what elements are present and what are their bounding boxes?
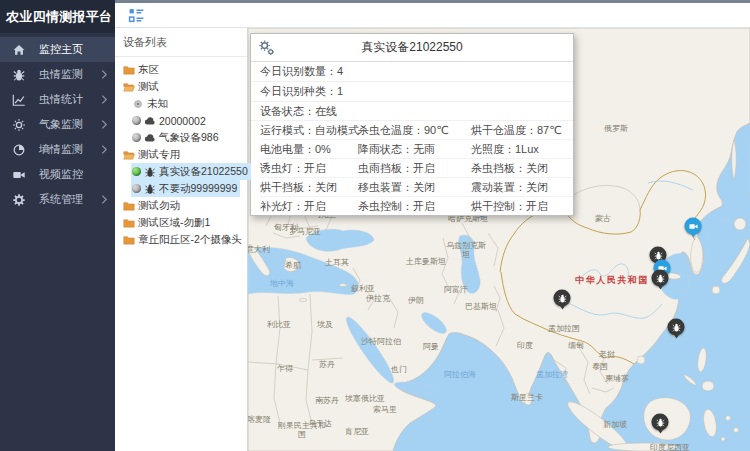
tree-toggle-icon[interactable] xyxy=(128,7,145,24)
tree-item-label: 20000002 xyxy=(159,115,206,127)
sidebar-menu: 监控主页虫情监测虫情统计气象监测墒情监测视频监控系统管理 xyxy=(0,37,115,212)
tree-item-folder[interactable]: 测试专用 xyxy=(115,146,247,163)
sidebar: 农业四情测报平台 监控主页虫情监测虫情统计气象监测墒情监测视频监控系统管理 xyxy=(0,0,115,451)
tree-item-folder[interactable]: 章丘阳丘区-2个摄像头 xyxy=(115,231,247,248)
cloud-icon xyxy=(144,132,156,144)
device-list-panel: 设备列表 东区测试未知20000002气象设备986测试专用真实设备210225… xyxy=(115,28,248,451)
status-light-offline xyxy=(132,184,141,193)
sidebar-item-label: 墒情监测 xyxy=(39,142,83,157)
sidebar-item-1[interactable]: 虫情监测 xyxy=(0,62,115,87)
tree-item-content: 不要动99999999 xyxy=(131,180,240,197)
camera-device-pin[interactable] xyxy=(685,218,702,235)
tree-item-content: 真实设备21022550 xyxy=(131,163,251,180)
sidebar-item-6[interactable]: 系统管理 xyxy=(0,187,115,212)
moisture-icon xyxy=(12,143,26,157)
status-light-offline xyxy=(132,133,141,142)
device-info-popup: 真实设备21022550 今日识别数量：4今日识别种类：1 设备状态：在线 运行… xyxy=(250,33,574,216)
popup-detail-cell: 移虫装置：关闭 xyxy=(358,178,471,197)
popup-summary-line: 今日识别数量：4 xyxy=(251,62,573,82)
settings-gears-icon[interactable] xyxy=(258,39,275,56)
bug-device-pin[interactable] xyxy=(554,290,571,307)
video-icon xyxy=(12,168,26,182)
bug-device-pin[interactable] xyxy=(652,414,669,431)
sidebar-item-label: 虫情统计 xyxy=(39,92,83,107)
popup-status-line: 设备状态：在线 xyxy=(251,102,573,121)
popup-detail-cell: 杀虫仓温度：90℃ xyxy=(358,121,471,140)
bug-icon xyxy=(557,289,567,307)
tree-item-folder[interactable]: 东区 xyxy=(115,61,247,78)
folder-icon xyxy=(123,234,135,246)
tree-item-content: 测试勿动 xyxy=(122,197,183,214)
tree-item-device[interactable]: 未知 xyxy=(115,95,247,112)
map-canvas[interactable]: 俄罗斯蒙古哈萨克斯坦乌兹别克斯坦土库曼斯坦阿富汗巴基斯坦伊朗伊拉克叙利亚土耳其希… xyxy=(248,28,750,451)
tree-item-label: 不要动99999999 xyxy=(159,182,237,196)
gear-icon xyxy=(12,193,26,207)
tree-item-label: 真实设备21022550 xyxy=(159,165,248,179)
tree-item-label: 测试 xyxy=(138,80,159,94)
popup-detail-cell: 震动装置：关闭 xyxy=(471,178,573,197)
sidebar-item-4[interactable]: 墒情监测 xyxy=(0,137,115,162)
popup-detail-cell: 烘干控制：开启 xyxy=(471,197,573,215)
chevron-right-icon xyxy=(101,94,108,105)
popup-detail-cell: 烘干仓温度：87℃ xyxy=(471,121,573,140)
sidebar-item-label: 监控主页 xyxy=(39,42,83,57)
tree-item-content: 测试 xyxy=(122,78,162,95)
weather-icon xyxy=(12,118,26,132)
popup-detail-cell: 杀虫控制：开启 xyxy=(358,197,471,215)
tree-item-label: 气象设备986 xyxy=(159,131,219,145)
tree-item-device[interactable]: 真实设备21022550 xyxy=(115,163,247,180)
bug-icon xyxy=(12,68,26,82)
bug-icon xyxy=(144,183,156,195)
status-light-online xyxy=(132,167,141,176)
popup-detail-cell: 光照度：1Lux xyxy=(471,140,573,159)
bug-icon xyxy=(144,166,156,178)
tree-item-label: 测试区域-勿删1 xyxy=(138,216,210,230)
bug-icon xyxy=(655,269,665,287)
popup-device-title: 真实设备21022550 xyxy=(361,39,462,56)
tree-item-label: 章丘阳丘区-2个摄像头 xyxy=(138,233,242,247)
folder-icon xyxy=(123,217,135,229)
tree-item-device[interactable]: 20000002 xyxy=(115,112,247,129)
home-icon xyxy=(12,43,26,57)
popup-summary: 今日识别数量：4今日识别种类：1 xyxy=(251,62,573,102)
tree-item-label: 测试专用 xyxy=(138,148,180,162)
sidebar-item-3[interactable]: 气象监测 xyxy=(0,112,115,137)
tree-item-content: 气象设备986 xyxy=(131,129,222,146)
tree-item-label: 测试勿动 xyxy=(138,199,180,213)
cloud-icon xyxy=(144,115,156,127)
topbar xyxy=(115,0,750,28)
tree-item-content: 未知 xyxy=(131,95,171,112)
tree-item-label: 未知 xyxy=(147,97,168,111)
tree-item-folder[interactable]: 测试区域-勿删1 xyxy=(115,214,247,231)
unknown-device-icon xyxy=(132,98,144,110)
tree-item-content: 20000002 xyxy=(131,112,209,129)
popup-detail-cell: 降雨状态：无雨 xyxy=(358,140,471,159)
bug-device-pin[interactable] xyxy=(668,319,685,336)
tree-item-label: 东区 xyxy=(138,63,159,77)
sidebar-item-label: 系统管理 xyxy=(39,192,83,207)
sidebar-item-2[interactable]: 虫情统计 xyxy=(0,87,115,112)
device-list-title: 设备列表 xyxy=(115,28,247,57)
tree-item-device[interactable]: 气象设备986 xyxy=(115,129,247,146)
tree-toggle-icon xyxy=(128,7,145,24)
popup-header: 真实设备21022550 xyxy=(251,34,573,62)
popup-detail-grid: 运行模式：自动模式杀虫仓温度：90℃烘干仓温度：87℃电池电量：0%降雨状态：无… xyxy=(251,121,573,215)
app-title: 农业四情测报平台 xyxy=(0,0,115,33)
bug-icon xyxy=(655,413,665,431)
bug-device-pin[interactable] xyxy=(652,270,669,287)
sidebar-item-label: 视频监控 xyxy=(39,167,83,182)
sidebar-item-5[interactable]: 视频监控 xyxy=(0,162,115,187)
tree-item-content: 测试区域-勿删1 xyxy=(122,214,213,231)
camera-pin-icon xyxy=(688,217,698,235)
folder-open-icon xyxy=(123,149,135,161)
tree-item-device[interactable]: 不要动99999999 xyxy=(115,180,247,197)
tree-item-folder[interactable]: 测试勿动 xyxy=(115,197,247,214)
tree-item-content: 章丘阳丘区-2个摄像头 xyxy=(122,231,245,248)
sidebar-item-0[interactable]: 监控主页 xyxy=(0,37,115,62)
chevron-right-icon xyxy=(101,69,108,80)
sidebar-item-label: 虫情监测 xyxy=(39,67,83,82)
device-tree: 东区测试未知20000002气象设备986测试专用真实设备21022550不要动… xyxy=(115,57,247,248)
status-light-offline xyxy=(132,116,141,125)
chart-icon xyxy=(12,93,26,107)
tree-item-folder[interactable]: 测试 xyxy=(115,78,247,95)
